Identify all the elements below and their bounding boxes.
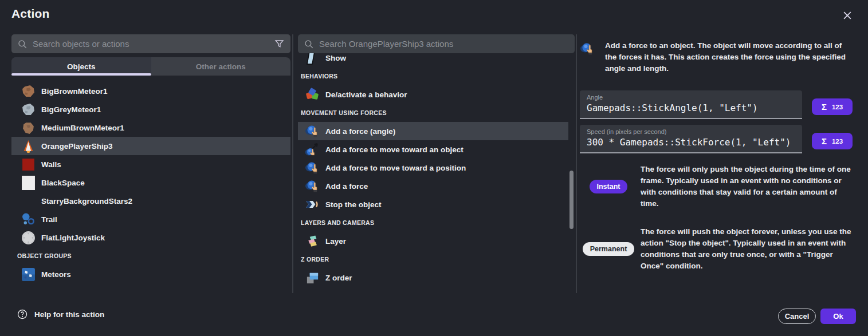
object-label: StarryBackgroundStars2 [41, 197, 132, 205]
action-row[interactable]: De/activate a behavior [298, 85, 568, 104]
help-icon [17, 309, 28, 319]
action-row-selected[interactable]: Add a force (angle) [298, 122, 568, 140]
brown-meteor-icon [21, 120, 36, 135]
search-icon [17, 39, 28, 49]
behavior-icon [305, 87, 320, 102]
z-order-icon [305, 270, 320, 285]
object-groups-header: OBJECT GROUPS [11, 247, 290, 265]
meteors-group-icon [21, 267, 36, 282]
filter-icon[interactable] [273, 38, 285, 50]
angle-expression-button[interactable]: Σ 123 [812, 98, 853, 115]
layer-icon [305, 234, 320, 248]
action-dialog: Action Objects Other actions BigBrownMet… [0, 0, 868, 336]
trail-icon [21, 212, 36, 227]
category-header: BEHAVIORS [298, 67, 568, 85]
speed-field-label: Speed (in pixels per second) [587, 128, 795, 135]
angle-field-label: Angle [587, 94, 795, 101]
objects-panel: Objects Other actions BigBrownMeteor1 Bi… [11, 34, 290, 283]
permanent-description: The force will push the object forever, … [641, 226, 854, 272]
stop-object-icon [305, 197, 320, 212]
joystick-icon [21, 230, 36, 245]
action-details-panel: Add a force to an object. The object wil… [580, 34, 857, 293]
force-toward-object-icon [305, 142, 320, 157]
object-row-selected[interactable]: OrangePlayerShip3 [11, 137, 290, 155]
permanent-badge[interactable]: Permanent [583, 242, 635, 256]
objects-tabs: Objects Other actions [11, 57, 290, 76]
actions-search-bar [298, 34, 575, 53]
action-label: Add a force to move toward a position [325, 164, 466, 172]
angle-field-value: Gamepads::StickAngle(1, "Left") [587, 102, 795, 113]
empty-icon [21, 193, 36, 208]
object-row[interactable]: BigBrownMeteor1 [11, 82, 290, 100]
action-label: Show [325, 54, 346, 62]
force-icon [305, 124, 320, 139]
search-icon [304, 39, 314, 49]
action-row[interactable]: Add a force to move toward a position [298, 159, 568, 177]
action-row[interactable]: Stop the object [298, 195, 568, 214]
object-label: BlackSpace [41, 179, 85, 187]
brown-meteor-icon [21, 84, 36, 98]
panel-divider [292, 34, 293, 293]
action-description-row: Add a force to an object. The object wil… [580, 40, 857, 74]
tab-other-actions[interactable]: Other actions [151, 57, 291, 76]
action-row[interactable]: Z order [298, 268, 568, 287]
force-icon [580, 41, 595, 56]
category-header: MOVEMENT USING FORCES [298, 104, 568, 122]
action-label: Z order [325, 274, 352, 282]
help-label: Help for this action [34, 310, 104, 319]
object-row[interactable]: FlatLightJoystick [11, 228, 290, 247]
object-row[interactable]: BigGreyMeteor1 [11, 100, 290, 118]
close-icon[interactable] [840, 8, 855, 23]
panel-divider [576, 34, 577, 293]
action-label: Add a force (angle) [325, 127, 395, 136]
speed-field-value: 300 * Gamepads::StickForce(1, "Left") [587, 137, 795, 148]
instant-option-row: Instant The force will only push the obj… [580, 164, 854, 209]
action-row[interactable]: Add a force to move toward an object [298, 140, 568, 159]
permanent-option-row: Permanent The force will push the object… [580, 226, 854, 272]
object-label: Trail [41, 215, 57, 224]
object-label: OrangePlayerShip3 [41, 142, 113, 151]
action-row[interactable]: Add a force [298, 177, 568, 195]
rocket-icon [21, 139, 36, 153]
objects-search-bar [11, 34, 290, 53]
speed-expression-button[interactable]: Σ 123 [812, 133, 853, 149]
ok-button[interactable]: Ok [820, 309, 856, 324]
grey-meteor-icon [21, 102, 36, 117]
object-group-row[interactable]: Meteors [11, 265, 290, 283]
actions-list: Show BEHAVIORS De/activate a behavior MO… [298, 53, 575, 292]
category-header: LAYERS AND CAMERAS [298, 214, 568, 232]
objects-search-input[interactable] [33, 39, 268, 49]
instant-badge[interactable]: Instant [590, 180, 628, 193]
active-tab-underline [11, 73, 151, 76]
object-label: Walls [41, 160, 61, 169]
action-label: De/activate a behavior [325, 90, 407, 99]
help-link[interactable]: Help for this action [17, 309, 104, 319]
force-icon [305, 179, 320, 193]
object-row[interactable]: StarryBackgroundStars2 [11, 192, 290, 210]
object-row[interactable]: MediumBrownMeteor1 [11, 118, 290, 137]
actions-search-input[interactable] [319, 39, 569, 49]
object-label: BigGreyMeteor1 [41, 105, 101, 114]
action-label: Add a force [325, 182, 368, 191]
object-row[interactable]: Trail [11, 210, 290, 228]
object-row[interactable]: BlackSpace [11, 173, 290, 192]
object-label: BigBrownMeteor1 [41, 87, 108, 96]
white-square-icon [21, 175, 36, 190]
force-toward-position-icon [305, 160, 320, 175]
action-label: Layer [325, 237, 346, 246]
speed-field[interactable]: Speed (in pixels per second) 300 * Gamep… [580, 125, 802, 153]
action-label: Add a force to move toward an object [325, 145, 464, 154]
page-title: Action [11, 7, 50, 21]
action-description: Add a force to an object. The object wil… [605, 40, 848, 74]
instant-description: The force will only push the object duri… [641, 164, 854, 209]
object-row[interactable]: Walls [11, 155, 290, 173]
action-row[interactable]: Show [298, 53, 568, 67]
objects-list: BigBrownMeteor1 BigGreyMeteor1 MediumBro… [11, 82, 290, 283]
red-square-icon [21, 157, 36, 172]
angle-field[interactable]: Angle Gamepads::StickAngle(1, "Left") [580, 90, 802, 119]
cancel-button[interactable]: Cancel [778, 309, 816, 324]
sigma-icon: Σ [822, 102, 827, 112]
sigma-icon: Σ [822, 136, 827, 146]
action-row[interactable]: Layer [298, 232, 568, 250]
show-icon [305, 53, 320, 65]
